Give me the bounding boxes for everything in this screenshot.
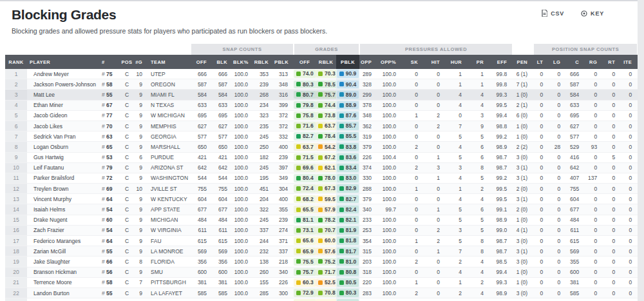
player-name[interactable]: Jacob Likes (27, 121, 99, 131)
column-header-off-6[interactable]: OFF (191, 55, 213, 69)
column-header-c-24[interactable]: C (566, 55, 585, 69)
table-row: 23Jake Majors# 65C9TEXAS555555100.026429… (5, 298, 638, 301)
sk-cell: 0 (402, 69, 424, 79)
csv-button[interactable]: CSV (542, 10, 564, 17)
column-header-rg-25[interactable]: RG (585, 55, 603, 69)
team-cell: OREGON (148, 79, 191, 90)
player-name[interactable]: Drake Nugent (27, 215, 99, 225)
player-name[interactable]: Leif Fautanu (27, 162, 99, 173)
grade-pblk-cell: 90.9 (336, 69, 359, 79)
opp-cell: 319 (359, 131, 377, 142)
hit-cell: 2 (424, 121, 446, 131)
grade-chip: 70.7 (316, 226, 336, 235)
column-header-blk-8[interactable]: BLK% (233, 55, 254, 69)
grade-color-square (318, 291, 323, 295)
column-header-pos-3[interactable]: POS (118, 55, 135, 69)
pos-ite-cell: 0 (621, 100, 638, 110)
key-button[interactable]: KEY (581, 10, 604, 17)
player-name[interactable]: Zach Frazier (27, 225, 99, 235)
player-name[interactable]: Federico Maranges (27, 236, 99, 246)
column-header-hur-18[interactable]: HUR (446, 55, 468, 69)
column-header-pblk-10[interactable]: PBLK (274, 55, 294, 69)
grade-color-square (296, 228, 301, 233)
player-name[interactable]: Sedrick Van Pran (27, 131, 99, 142)
player-name[interactable]: Andrew Meyer (27, 69, 99, 79)
games-cell: 9 (135, 100, 148, 110)
pr-cell: 5 (468, 131, 489, 142)
column-header-g-4[interactable]: #G (135, 55, 148, 69)
player-name[interactable]: Isaiah Helms (27, 204, 99, 215)
column-header-ite-27[interactable]: ITE (621, 55, 638, 69)
column-header-opp-14[interactable]: OPP (359, 55, 377, 69)
player-name[interactable]: Jake Majors (27, 298, 99, 301)
hit-cell: 0 (424, 90, 446, 100)
eff-cell: 99.5 (489, 194, 513, 204)
page-subtitle: Blocking grades and allowed pressure sta… (12, 27, 638, 35)
grade-color-square (318, 155, 323, 160)
position-cell: C (118, 236, 135, 246)
hur-cell: 7 (446, 121, 468, 131)
grade-off-cell: 72.4 (294, 184, 316, 194)
player-name[interactable]: Parker Brailsford (27, 173, 99, 183)
column-header-blk-7[interactable]: BLK (213, 55, 233, 69)
grade-chip: 81.1 (294, 216, 316, 224)
hit-cell: 0 (424, 267, 446, 277)
column-header--2[interactable]: # (99, 55, 118, 69)
column-header-off-11[interactable]: OFF (294, 55, 316, 69)
column-header-pblk-13[interactable]: PBLK (336, 55, 359, 69)
column-header-lg-23[interactable]: LG (549, 55, 566, 69)
grade-off-cell: 65.4 (294, 298, 316, 301)
pos-rg-cell: 0 (585, 287, 603, 298)
player-name[interactable]: Jacob Gideon (27, 110, 99, 121)
player-name[interactable]: Terrence Moore (27, 277, 99, 287)
column-header-player-1[interactable]: PLAYER (27, 55, 99, 69)
player-name[interactable]: Zarian McGill (27, 246, 99, 257)
rank-cell: 15 (5, 215, 27, 225)
snap-blk-cell: 604 (213, 194, 233, 204)
column-header-rblk-9[interactable]: RBLK (254, 55, 274, 69)
pos-ite-cell: 0 (621, 257, 638, 267)
player-name[interactable]: Branson Hickman (27, 267, 99, 277)
hit-cell: 0 (424, 194, 446, 204)
player-name[interactable]: Logan Osburn (27, 142, 99, 152)
grade-color-square (318, 186, 323, 191)
grade-pblk-cell: 90.4 (336, 79, 359, 90)
snap-rblk-cell: 195 (254, 173, 274, 183)
grade-chip: 67.3 (316, 184, 336, 193)
grade-chip: 57.9 (316, 206, 336, 214)
grade-chip: 65.9 (294, 248, 316, 256)
jersey-number-cell: # 55 (99, 246, 118, 257)
player-name[interactable]: Treylen Brown (27, 184, 99, 194)
column-header-team-5[interactable]: TEAM (148, 55, 191, 69)
pen-cell: 3 (1) (513, 173, 533, 183)
column-header-rt-26[interactable]: RT (603, 55, 621, 69)
column-header-sk-16[interactable]: SK (402, 55, 424, 69)
grade-color-square (296, 124, 301, 128)
pos-lt-cell: 0 (533, 277, 549, 287)
player-name[interactable]: Matt Lee (27, 90, 99, 100)
column-header-rank-0[interactable]: RANK (5, 55, 27, 69)
grade-color-square (318, 82, 323, 86)
player-name[interactable]: Gus Hartwig (27, 152, 99, 162)
player-name[interactable]: Jackson Powers-Johnson (27, 79, 99, 90)
pos-c-cell: 755 (566, 184, 585, 194)
hur-cell: 0 (446, 110, 468, 121)
grade-rblk-cell: 67.3 (316, 184, 336, 194)
snap-blk-cell: 484 (213, 215, 233, 225)
opp-cell: 299 (359, 90, 377, 100)
column-header-pen-21[interactable]: PEN (513, 55, 533, 69)
grade-off-cell: 71.6 (294, 121, 316, 131)
player-name[interactable]: Landon Burton (27, 287, 99, 298)
column-header-opp-15[interactable]: OPP% (377, 55, 402, 69)
player-name[interactable]: Vincent Murphy (27, 194, 99, 204)
column-header-pr-19[interactable]: PR (468, 55, 489, 69)
column-header-eff-20[interactable]: EFF (489, 55, 513, 69)
hur-cell: 4 (446, 142, 468, 152)
player-name[interactable]: Jake Slaughter (27, 257, 99, 267)
hur-cell: 4 (446, 100, 468, 110)
column-header-hit-17[interactable]: HIT (424, 55, 446, 69)
column-header-lt-22[interactable]: LT (533, 55, 549, 69)
pos-lg-cell: 0 (549, 79, 566, 90)
player-name[interactable]: Ethan Miner (27, 100, 99, 110)
column-header-rblk-12[interactable]: RBLK (316, 55, 336, 69)
